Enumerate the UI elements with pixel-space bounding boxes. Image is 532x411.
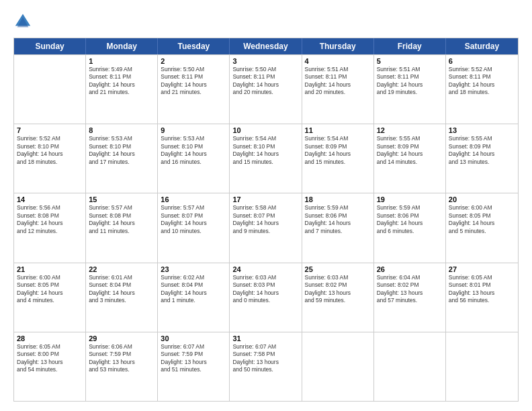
cal-cell-19: 19Sunrise: 5:59 AM Sunset: 8:06 PM Dayli…	[374, 193, 446, 262]
cell-date: 12	[377, 126, 443, 134]
cell-info: Sunrise: 6:01 AM Sunset: 8:04 PM Dayligh…	[89, 274, 154, 305]
cal-cell-empty-4-4	[302, 332, 374, 401]
cell-date: 13	[449, 126, 515, 134]
cell-date: 16	[161, 195, 226, 203]
cell-date: 30	[161, 334, 226, 342]
calendar: SundayMondayTuesdayWednesdayThursdayFrid…	[13, 38, 519, 402]
cell-info: Sunrise: 5:59 AM Sunset: 8:06 PM Dayligh…	[377, 204, 443, 235]
cell-info: Sunrise: 5:54 AM Sunset: 8:10 PM Dayligh…	[232, 135, 298, 166]
cell-info: Sunrise: 5:56 AM Sunset: 8:08 PM Dayligh…	[17, 204, 83, 235]
cal-cell-9: 9Sunrise: 5:53 AM Sunset: 8:10 PM Daylig…	[158, 124, 230, 193]
cell-date: 18	[305, 195, 371, 203]
cal-cell-7: 7Sunrise: 5:52 AM Sunset: 8:10 PM Daylig…	[14, 124, 86, 193]
cell-info: Sunrise: 5:53 AM Sunset: 8:10 PM Dayligh…	[161, 135, 226, 166]
cell-date: 4	[305, 57, 371, 65]
cell-date: 5	[377, 57, 443, 65]
cell-date: 23	[161, 265, 226, 273]
cal-cell-12: 12Sunrise: 5:55 AM Sunset: 8:09 PM Dayli…	[374, 124, 446, 193]
cal-cell-30: 30Sunrise: 6:07 AM Sunset: 7:59 PM Dayli…	[158, 332, 230, 401]
cal-cell-1: 1Sunrise: 5:49 AM Sunset: 8:11 PM Daylig…	[86, 55, 158, 124]
cell-info: Sunrise: 5:55 AM Sunset: 8:09 PM Dayligh…	[377, 135, 443, 166]
cal-row-4: 28Sunrise: 6:05 AM Sunset: 8:00 PM Dayli…	[14, 332, 518, 401]
cell-date: 7	[17, 126, 83, 134]
cal-cell-15: 15Sunrise: 5:57 AM Sunset: 8:08 PM Dayli…	[86, 193, 158, 262]
cal-cell-29: 29Sunrise: 6:06 AM Sunset: 7:59 PM Dayli…	[86, 332, 158, 401]
cell-date: 10	[232, 126, 298, 134]
cell-date: 6	[449, 57, 515, 65]
cell-info: Sunrise: 6:03 AM Sunset: 8:03 PM Dayligh…	[232, 274, 298, 305]
cal-row-2: 14Sunrise: 5:56 AM Sunset: 8:08 PM Dayli…	[14, 193, 518, 262]
cell-date: 15	[89, 195, 154, 203]
cal-row-1: 7Sunrise: 5:52 AM Sunset: 8:10 PM Daylig…	[14, 124, 518, 193]
cal-row-0: 1Sunrise: 5:49 AM Sunset: 8:11 PM Daylig…	[14, 54, 518, 124]
cell-info: Sunrise: 6:06 AM Sunset: 7:59 PM Dayligh…	[89, 343, 154, 374]
cal-cell-4: 4Sunrise: 5:51 AM Sunset: 8:11 PM Daylig…	[302, 55, 374, 124]
cell-info: Sunrise: 6:07 AM Sunset: 7:58 PM Dayligh…	[232, 343, 298, 374]
cell-info: Sunrise: 6:04 AM Sunset: 8:02 PM Dayligh…	[377, 274, 443, 305]
cell-info: Sunrise: 6:05 AM Sunset: 8:00 PM Dayligh…	[17, 343, 83, 374]
cell-info: Sunrise: 5:50 AM Sunset: 8:11 PM Dayligh…	[232, 66, 298, 97]
cell-date: 20	[449, 195, 515, 203]
cal-cell-14: 14Sunrise: 5:56 AM Sunset: 8:08 PM Dayli…	[14, 193, 86, 262]
cal-cell-18: 18Sunrise: 5:59 AM Sunset: 8:06 PM Dayli…	[302, 193, 374, 262]
cal-cell-11: 11Sunrise: 5:54 AM Sunset: 8:09 PM Dayli…	[302, 124, 374, 193]
cell-date: 2	[161, 57, 226, 65]
cell-info: Sunrise: 5:49 AM Sunset: 8:11 PM Dayligh…	[89, 66, 154, 97]
cell-info: Sunrise: 5:51 AM Sunset: 8:11 PM Dayligh…	[377, 66, 443, 97]
cell-date: 17	[232, 195, 298, 203]
cal-cell-23: 23Sunrise: 6:02 AM Sunset: 8:04 PM Dayli…	[158, 263, 230, 332]
cal-row-3: 21Sunrise: 6:00 AM Sunset: 8:05 PM Dayli…	[14, 263, 518, 332]
cell-date: 21	[17, 265, 83, 273]
day-header-friday: Friday	[374, 38, 446, 54]
cal-cell-28: 28Sunrise: 6:05 AM Sunset: 8:00 PM Dayli…	[14, 332, 86, 401]
cal-cell-27: 27Sunrise: 6:05 AM Sunset: 8:01 PM Dayli…	[446, 263, 518, 332]
calendar-body: 1Sunrise: 5:49 AM Sunset: 8:11 PM Daylig…	[14, 54, 518, 401]
cal-cell-6: 6Sunrise: 5:52 AM Sunset: 8:11 PM Daylig…	[446, 55, 518, 124]
day-header-saturday: Saturday	[446, 38, 518, 54]
cell-date: 8	[89, 126, 154, 134]
cell-date: 26	[377, 265, 443, 273]
logo	[13, 12, 35, 31]
cell-info: Sunrise: 5:57 AM Sunset: 8:07 PM Dayligh…	[161, 204, 226, 235]
cell-info: Sunrise: 5:52 AM Sunset: 8:11 PM Dayligh…	[449, 66, 515, 97]
cal-cell-17: 17Sunrise: 5:58 AM Sunset: 8:07 PM Dayli…	[230, 193, 302, 262]
cell-info: Sunrise: 6:03 AM Sunset: 8:02 PM Dayligh…	[305, 274, 371, 305]
calendar-header: SundayMondayTuesdayWednesdayThursdayFrid…	[14, 38, 518, 54]
cell-info: Sunrise: 5:53 AM Sunset: 8:10 PM Dayligh…	[89, 135, 154, 166]
cell-date: 9	[161, 126, 226, 134]
cal-cell-2: 2Sunrise: 5:50 AM Sunset: 8:11 PM Daylig…	[158, 55, 230, 124]
cal-cell-24: 24Sunrise: 6:03 AM Sunset: 8:03 PM Dayli…	[230, 263, 302, 332]
cal-cell-3: 3Sunrise: 5:50 AM Sunset: 8:11 PM Daylig…	[230, 55, 302, 124]
cal-cell-empty-0-0	[14, 55, 86, 124]
cal-cell-10: 10Sunrise: 5:54 AM Sunset: 8:10 PM Dayli…	[230, 124, 302, 193]
cell-date: 24	[232, 265, 298, 273]
cell-info: Sunrise: 6:07 AM Sunset: 7:59 PM Dayligh…	[161, 343, 226, 374]
cell-info: Sunrise: 5:59 AM Sunset: 8:06 PM Dayligh…	[305, 204, 371, 235]
cal-cell-16: 16Sunrise: 5:57 AM Sunset: 8:07 PM Dayli…	[158, 193, 230, 262]
cell-info: Sunrise: 5:57 AM Sunset: 8:08 PM Dayligh…	[89, 204, 154, 235]
day-header-thursday: Thursday	[302, 38, 374, 54]
cal-cell-22: 22Sunrise: 6:01 AM Sunset: 8:04 PM Dayli…	[86, 263, 158, 332]
day-header-tuesday: Tuesday	[158, 38, 230, 54]
cal-cell-26: 26Sunrise: 6:04 AM Sunset: 8:02 PM Dayli…	[374, 263, 446, 332]
cell-date: 1	[89, 57, 154, 65]
day-header-wednesday: Wednesday	[230, 38, 302, 54]
cell-date: 3	[232, 57, 298, 65]
cal-cell-5: 5Sunrise: 5:51 AM Sunset: 8:11 PM Daylig…	[374, 55, 446, 124]
cell-info: Sunrise: 5:50 AM Sunset: 8:11 PM Dayligh…	[161, 66, 226, 97]
cell-date: 31	[232, 334, 298, 342]
cell-info: Sunrise: 5:52 AM Sunset: 8:10 PM Dayligh…	[17, 135, 83, 166]
cell-info: Sunrise: 6:05 AM Sunset: 8:01 PM Dayligh…	[449, 274, 515, 305]
cell-date: 22	[89, 265, 154, 273]
cell-info: Sunrise: 6:02 AM Sunset: 8:04 PM Dayligh…	[161, 274, 226, 305]
cal-cell-empty-4-6	[446, 332, 518, 401]
cal-cell-21: 21Sunrise: 6:00 AM Sunset: 8:05 PM Dayli…	[14, 263, 86, 332]
cell-info: Sunrise: 6:00 AM Sunset: 8:05 PM Dayligh…	[17, 274, 83, 305]
cal-cell-8: 8Sunrise: 5:53 AM Sunset: 8:10 PM Daylig…	[86, 124, 158, 193]
cal-cell-25: 25Sunrise: 6:03 AM Sunset: 8:02 PM Dayli…	[302, 263, 374, 332]
cal-cell-empty-4-5	[374, 332, 446, 401]
cell-date: 11	[305, 126, 371, 134]
cell-date: 28	[17, 334, 83, 342]
cell-date: 29	[89, 334, 154, 342]
cell-info: Sunrise: 5:58 AM Sunset: 8:07 PM Dayligh…	[232, 204, 298, 235]
